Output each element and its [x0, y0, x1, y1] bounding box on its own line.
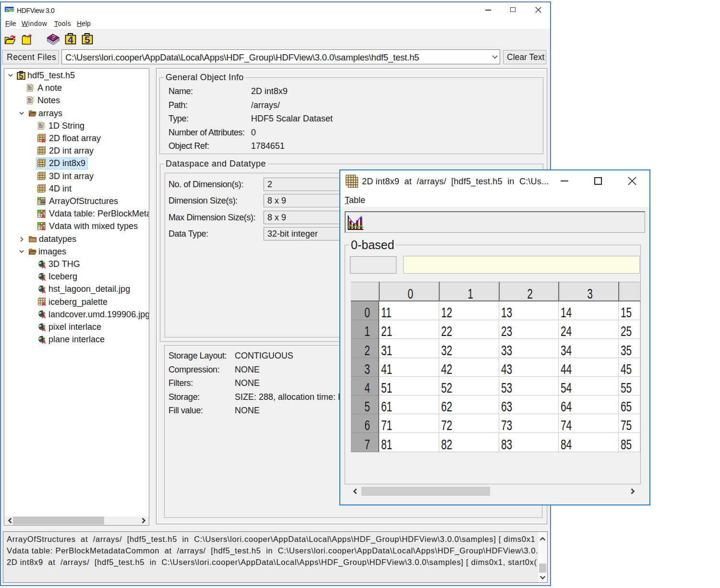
svg-text:5: 5 — [84, 34, 90, 45]
svg-text:4: 4 — [68, 34, 73, 45]
